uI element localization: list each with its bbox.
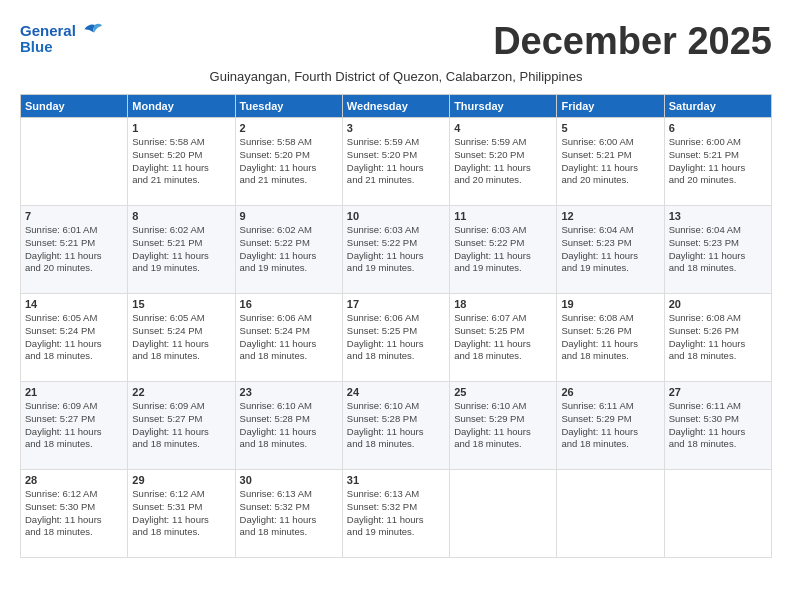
calendar-cell: 25Sunrise: 6:10 AMSunset: 5:29 PMDayligh… bbox=[450, 382, 557, 470]
day-number: 7 bbox=[25, 210, 123, 222]
day-info: Sunrise: 6:00 AMSunset: 5:21 PMDaylight:… bbox=[669, 136, 767, 187]
day-number: 2 bbox=[240, 122, 338, 134]
calendar-cell: 29Sunrise: 6:12 AMSunset: 5:31 PMDayligh… bbox=[128, 470, 235, 558]
day-number: 24 bbox=[347, 386, 445, 398]
day-info: Sunrise: 6:01 AMSunset: 5:21 PMDaylight:… bbox=[25, 224, 123, 275]
day-info: Sunrise: 6:13 AMSunset: 5:32 PMDaylight:… bbox=[240, 488, 338, 539]
calendar-cell: 10Sunrise: 6:03 AMSunset: 5:22 PMDayligh… bbox=[342, 206, 449, 294]
day-number: 13 bbox=[669, 210, 767, 222]
day-number: 22 bbox=[132, 386, 230, 398]
calendar-cell: 15Sunrise: 6:05 AMSunset: 5:24 PMDayligh… bbox=[128, 294, 235, 382]
calendar-cell: 6Sunrise: 6:00 AMSunset: 5:21 PMDaylight… bbox=[664, 118, 771, 206]
weekday-header-thursday: Thursday bbox=[450, 95, 557, 118]
calendar-cell: 14Sunrise: 6:05 AMSunset: 5:24 PMDayligh… bbox=[21, 294, 128, 382]
month-title: December 2025 bbox=[493, 20, 772, 63]
day-number: 20 bbox=[669, 298, 767, 310]
day-info: Sunrise: 6:07 AMSunset: 5:25 PMDaylight:… bbox=[454, 312, 552, 363]
day-info: Sunrise: 6:10 AMSunset: 5:28 PMDaylight:… bbox=[240, 400, 338, 451]
day-number: 26 bbox=[561, 386, 659, 398]
calendar-cell: 23Sunrise: 6:10 AMSunset: 5:28 PMDayligh… bbox=[235, 382, 342, 470]
calendar-cell: 1Sunrise: 5:58 AMSunset: 5:20 PMDaylight… bbox=[128, 118, 235, 206]
day-number: 8 bbox=[132, 210, 230, 222]
day-info: Sunrise: 6:05 AMSunset: 5:24 PMDaylight:… bbox=[132, 312, 230, 363]
weekday-header-sunday: Sunday bbox=[21, 95, 128, 118]
day-number: 19 bbox=[561, 298, 659, 310]
calendar-cell: 16Sunrise: 6:06 AMSunset: 5:24 PMDayligh… bbox=[235, 294, 342, 382]
logo-blue-text: Blue bbox=[20, 38, 102, 55]
weekday-header-tuesday: Tuesday bbox=[235, 95, 342, 118]
day-info: Sunrise: 5:59 AMSunset: 5:20 PMDaylight:… bbox=[454, 136, 552, 187]
calendar-cell bbox=[664, 470, 771, 558]
calendar-cell: 7Sunrise: 6:01 AMSunset: 5:21 PMDaylight… bbox=[21, 206, 128, 294]
subtitle: Guinayangan, Fourth District of Quezon, … bbox=[20, 69, 772, 84]
day-info: Sunrise: 6:03 AMSunset: 5:22 PMDaylight:… bbox=[347, 224, 445, 275]
logo-bird-icon bbox=[78, 20, 102, 40]
weekday-header-wednesday: Wednesday bbox=[342, 95, 449, 118]
calendar-cell: 18Sunrise: 6:07 AMSunset: 5:25 PMDayligh… bbox=[450, 294, 557, 382]
day-number: 3 bbox=[347, 122, 445, 134]
day-info: Sunrise: 5:58 AMSunset: 5:20 PMDaylight:… bbox=[132, 136, 230, 187]
day-number: 9 bbox=[240, 210, 338, 222]
calendar-cell: 31Sunrise: 6:13 AMSunset: 5:32 PMDayligh… bbox=[342, 470, 449, 558]
day-number: 16 bbox=[240, 298, 338, 310]
day-info: Sunrise: 6:06 AMSunset: 5:25 PMDaylight:… bbox=[347, 312, 445, 363]
calendar-cell: 28Sunrise: 6:12 AMSunset: 5:30 PMDayligh… bbox=[21, 470, 128, 558]
day-info: Sunrise: 6:11 AMSunset: 5:29 PMDaylight:… bbox=[561, 400, 659, 451]
calendar-cell: 4Sunrise: 5:59 AMSunset: 5:20 PMDaylight… bbox=[450, 118, 557, 206]
day-info: Sunrise: 6:05 AMSunset: 5:24 PMDaylight:… bbox=[25, 312, 123, 363]
day-number: 17 bbox=[347, 298, 445, 310]
calendar-cell: 20Sunrise: 6:08 AMSunset: 5:26 PMDayligh… bbox=[664, 294, 771, 382]
day-number: 21 bbox=[25, 386, 123, 398]
day-number: 29 bbox=[132, 474, 230, 486]
day-number: 31 bbox=[347, 474, 445, 486]
calendar-cell: 22Sunrise: 6:09 AMSunset: 5:27 PMDayligh… bbox=[128, 382, 235, 470]
day-info: Sunrise: 6:11 AMSunset: 5:30 PMDaylight:… bbox=[669, 400, 767, 451]
logo: General Blue bbox=[20, 20, 102, 55]
weekday-header-friday: Friday bbox=[557, 95, 664, 118]
calendar-cell: 2Sunrise: 5:58 AMSunset: 5:20 PMDaylight… bbox=[235, 118, 342, 206]
calendar-cell: 13Sunrise: 6:04 AMSunset: 5:23 PMDayligh… bbox=[664, 206, 771, 294]
calendar-cell bbox=[450, 470, 557, 558]
day-info: Sunrise: 6:04 AMSunset: 5:23 PMDaylight:… bbox=[669, 224, 767, 275]
calendar-cell: 8Sunrise: 6:02 AMSunset: 5:21 PMDaylight… bbox=[128, 206, 235, 294]
day-number: 1 bbox=[132, 122, 230, 134]
day-info: Sunrise: 6:08 AMSunset: 5:26 PMDaylight:… bbox=[561, 312, 659, 363]
day-info: Sunrise: 6:03 AMSunset: 5:22 PMDaylight:… bbox=[454, 224, 552, 275]
calendar-cell bbox=[557, 470, 664, 558]
day-info: Sunrise: 5:58 AMSunset: 5:20 PMDaylight:… bbox=[240, 136, 338, 187]
day-number: 23 bbox=[240, 386, 338, 398]
calendar-table: SundayMondayTuesdayWednesdayThursdayFrid… bbox=[20, 94, 772, 558]
day-info: Sunrise: 6:09 AMSunset: 5:27 PMDaylight:… bbox=[25, 400, 123, 451]
calendar-cell: 21Sunrise: 6:09 AMSunset: 5:27 PMDayligh… bbox=[21, 382, 128, 470]
day-number: 6 bbox=[669, 122, 767, 134]
day-info: Sunrise: 6:10 AMSunset: 5:28 PMDaylight:… bbox=[347, 400, 445, 451]
logo-general: General bbox=[20, 22, 76, 39]
day-number: 11 bbox=[454, 210, 552, 222]
day-info: Sunrise: 6:13 AMSunset: 5:32 PMDaylight:… bbox=[347, 488, 445, 539]
calendar-cell bbox=[21, 118, 128, 206]
calendar-cell: 11Sunrise: 6:03 AMSunset: 5:22 PMDayligh… bbox=[450, 206, 557, 294]
calendar-cell: 12Sunrise: 6:04 AMSunset: 5:23 PMDayligh… bbox=[557, 206, 664, 294]
day-info: Sunrise: 6:04 AMSunset: 5:23 PMDaylight:… bbox=[561, 224, 659, 275]
calendar-cell: 24Sunrise: 6:10 AMSunset: 5:28 PMDayligh… bbox=[342, 382, 449, 470]
day-number: 4 bbox=[454, 122, 552, 134]
calendar-cell: 17Sunrise: 6:06 AMSunset: 5:25 PMDayligh… bbox=[342, 294, 449, 382]
calendar-cell: 27Sunrise: 6:11 AMSunset: 5:30 PMDayligh… bbox=[664, 382, 771, 470]
weekday-header-saturday: Saturday bbox=[664, 95, 771, 118]
day-info: Sunrise: 6:06 AMSunset: 5:24 PMDaylight:… bbox=[240, 312, 338, 363]
day-number: 15 bbox=[132, 298, 230, 310]
day-number: 5 bbox=[561, 122, 659, 134]
weekday-header-monday: Monday bbox=[128, 95, 235, 118]
day-info: Sunrise: 6:08 AMSunset: 5:26 PMDaylight:… bbox=[669, 312, 767, 363]
day-info: Sunrise: 6:02 AMSunset: 5:21 PMDaylight:… bbox=[132, 224, 230, 275]
day-number: 30 bbox=[240, 474, 338, 486]
day-info: Sunrise: 6:00 AMSunset: 5:21 PMDaylight:… bbox=[561, 136, 659, 187]
calendar-cell: 19Sunrise: 6:08 AMSunset: 5:26 PMDayligh… bbox=[557, 294, 664, 382]
day-info: Sunrise: 6:12 AMSunset: 5:30 PMDaylight:… bbox=[25, 488, 123, 539]
day-number: 25 bbox=[454, 386, 552, 398]
calendar-cell: 26Sunrise: 6:11 AMSunset: 5:29 PMDayligh… bbox=[557, 382, 664, 470]
day-info: Sunrise: 6:12 AMSunset: 5:31 PMDaylight:… bbox=[132, 488, 230, 539]
calendar-cell: 9Sunrise: 6:02 AMSunset: 5:22 PMDaylight… bbox=[235, 206, 342, 294]
calendar-cell: 30Sunrise: 6:13 AMSunset: 5:32 PMDayligh… bbox=[235, 470, 342, 558]
day-number: 10 bbox=[347, 210, 445, 222]
